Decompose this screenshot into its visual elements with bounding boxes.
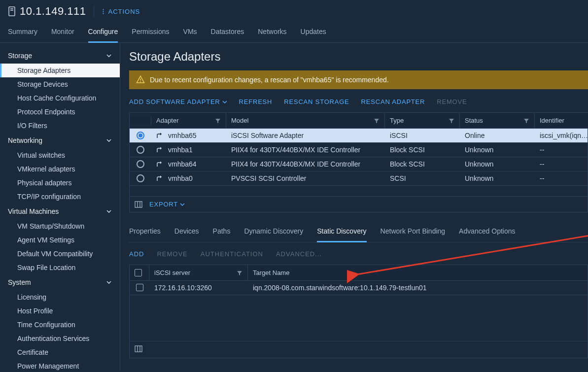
- identifier-cell: --: [535, 143, 588, 157]
- sidebar-item-virtual-switches[interactable]: Virtual switches: [0, 148, 120, 162]
- export-button[interactable]: EXPORT: [149, 201, 185, 208]
- chevron-down-icon: [106, 53, 112, 59]
- sidebar-item-vmkernel-adapters[interactable]: VMkernel adapters: [0, 162, 120, 176]
- tab-networks[interactable]: Networks: [258, 25, 286, 42]
- actions-dots-icon: ⁝: [102, 7, 105, 16]
- adapter-cell: vmhba0: [151, 171, 226, 185]
- col-label: iSCSI server: [154, 269, 190, 276]
- filter-icon[interactable]: [374, 118, 380, 124]
- sidebar-item-storage-adapters[interactable]: Storage Adapters: [0, 64, 120, 77]
- tab-vms[interactable]: VMs: [183, 25, 197, 42]
- identifier-cell: --: [535, 157, 588, 171]
- chevron-down-icon: [222, 100, 227, 104]
- adapter-icon: [156, 132, 164, 139]
- identifier-cell: --: [535, 171, 588, 185]
- sidebar-item-certificate[interactable]: Certificate: [0, 345, 120, 359]
- model-cell: iSCSI Software Adapter: [226, 129, 385, 142]
- table-row[interactable]: 172.16.16.10:3260iqn.2008-08.com.starwin…: [130, 281, 588, 295]
- filter-icon[interactable]: [523, 118, 529, 124]
- model-cell: PVSCSI SCSI Controller: [226, 171, 385, 185]
- sidebar-item-default-vm-compatibility[interactable]: Default VM Compatibility: [0, 247, 120, 261]
- adapter-col-model[interactable]: Model: [226, 113, 385, 128]
- add-software-adapter-label: ADD SOFTWARE ADAPTER: [129, 98, 220, 105]
- sidebar-item-host-profile[interactable]: Host Profile: [0, 304, 120, 318]
- table-row[interactable]: vmhba65iSCSI Software AdapteriSCSIOnline…: [130, 129, 588, 143]
- adapter-icon: [156, 146, 164, 153]
- remove-target-button: REMOVE: [157, 250, 187, 258]
- tab-advanced-options[interactable]: Advanced Options: [459, 224, 515, 242]
- add-software-adapter-button[interactable]: ADD SOFTWARE ADAPTER: [129, 98, 227, 105]
- filter-icon[interactable]: [237, 270, 242, 276]
- sidebar-section-networking[interactable]: Networking: [0, 133, 120, 148]
- row-radio[interactable]: [137, 146, 144, 154]
- sidebar-section-system[interactable]: System: [0, 274, 120, 290]
- actions-menu[interactable]: ⁝ ACTIONS: [102, 7, 140, 16]
- sidebar-section-virtual-machines[interactable]: Virtual Machines: [0, 203, 120, 219]
- adapter-col-status[interactable]: Status: [460, 113, 535, 128]
- rescan-adapter-button[interactable]: RESCAN ADAPTER: [361, 98, 425, 105]
- adapter-cell: vmhba65: [151, 129, 226, 142]
- type-cell: Block SCSI: [385, 157, 460, 171]
- adapter-detail-tabs: PropertiesDevicesPathsDynamic DiscoveryS…: [129, 212, 588, 242]
- sidebar-section-storage[interactable]: Storage: [0, 48, 120, 64]
- tab-dynamic-discovery[interactable]: Dynamic Discovery: [244, 224, 303, 242]
- chevron-down-icon: [106, 137, 112, 143]
- tab-paths[interactable]: Paths: [213, 224, 231, 242]
- iscsi-col-server[interactable]: iSCSI server: [149, 265, 248, 280]
- sidebar-item-i-o-filters[interactable]: I/O Filters: [0, 119, 120, 133]
- sidebar-item-host-cache-configuration[interactable]: Host Cache Configuration: [0, 91, 120, 105]
- sidebar-item-vm-startup-shutdown[interactable]: VM Startup/Shutdown: [0, 219, 120, 233]
- tab-permissions[interactable]: Permissions: [132, 25, 169, 42]
- adapter-table-spacer: [130, 186, 588, 197]
- table-row[interactable]: vmhba0PVSCSI SCSI ControllerSCSIUnknown-…: [130, 171, 588, 186]
- actions-label: ACTIONS: [108, 8, 140, 15]
- col-label: Adapter: [156, 117, 179, 124]
- table-row[interactable]: vmhba64PIIX4 for 430TX/440BX/MX IDE Cont…: [130, 157, 588, 171]
- sidebar-item-licensing[interactable]: Licensing: [0, 290, 120, 304]
- iscsi-table-header: iSCSI server Target Name: [130, 265, 588, 281]
- tab-monitor[interactable]: Monitor: [51, 25, 74, 42]
- sidebar-item-time-configuration[interactable]: Time Configuration: [0, 318, 120, 332]
- page-title: Storage Adapters: [129, 50, 588, 64]
- sidebar-item-power-management[interactable]: Power Management: [0, 359, 120, 371]
- row-radio[interactable]: [137, 174, 144, 182]
- column-picker-icon[interactable]: [135, 345, 142, 352]
- tab-network-port-binding[interactable]: Network Port Binding: [380, 224, 446, 242]
- sidebar-item-protocol-endpoints[interactable]: Protocol Endpoints: [0, 105, 120, 119]
- sidebar-item-agent-vm-settings[interactable]: Agent VM Settings: [0, 233, 120, 247]
- col-label: Model: [231, 117, 248, 124]
- sidebar-item-authentication-services[interactable]: Authentication Services: [0, 332, 120, 345]
- tab-properties[interactable]: Properties: [129, 224, 161, 242]
- tab-devices[interactable]: Devices: [174, 224, 199, 242]
- row-radio[interactable]: [137, 132, 144, 139]
- adapter-col-select: [130, 117, 151, 125]
- filter-icon[interactable]: [449, 118, 454, 124]
- iscsi-col-select[interactable]: [130, 265, 149, 280]
- sidebar-item-swap-file-location[interactable]: Swap File Location: [0, 261, 120, 274]
- table-row[interactable]: vmhba1PIIX4 for 430TX/440BX/MX IDE Contr…: [130, 143, 588, 157]
- tab-configure[interactable]: Configure: [88, 25, 118, 43]
- sidebar-item-tcp-ip-configuration[interactable]: TCP/IP configuration: [0, 190, 120, 203]
- sidebar-item-physical-adapters[interactable]: Physical adapters: [0, 176, 120, 190]
- iscsi-col-target[interactable]: Target Name: [248, 265, 588, 280]
- adapter-col-adapter[interactable]: Adapter: [151, 113, 226, 128]
- adapter-col-identifier[interactable]: Identifier: [535, 113, 588, 128]
- rescan-storage-button[interactable]: RESCAN STORAGE: [284, 98, 349, 105]
- row-radio[interactable]: [137, 160, 144, 168]
- filter-icon[interactable]: [215, 118, 221, 124]
- col-label: Identifier: [540, 117, 564, 124]
- add-button[interactable]: ADD: [129, 250, 144, 258]
- type-cell: SCSI: [385, 171, 460, 185]
- refresh-button[interactable]: REFRESH: [239, 98, 273, 105]
- tab-summary[interactable]: Summary: [8, 25, 37, 42]
- tab-updates[interactable]: Updates: [301, 25, 326, 42]
- column-picker-icon[interactable]: [135, 201, 142, 208]
- adapter-col-type[interactable]: Type: [385, 113, 460, 128]
- tab-datastores[interactable]: Datastores: [211, 25, 244, 42]
- select-all-checkbox[interactable]: [135, 269, 142, 276]
- status-cell: Unknown: [460, 171, 535, 185]
- sidebar-item-storage-devices[interactable]: Storage Devices: [0, 77, 120, 91]
- iscsi-table-footer: [130, 341, 588, 358]
- tab-static-discovery[interactable]: Static Discovery: [317, 224, 366, 242]
- row-checkbox[interactable]: [136, 284, 143, 291]
